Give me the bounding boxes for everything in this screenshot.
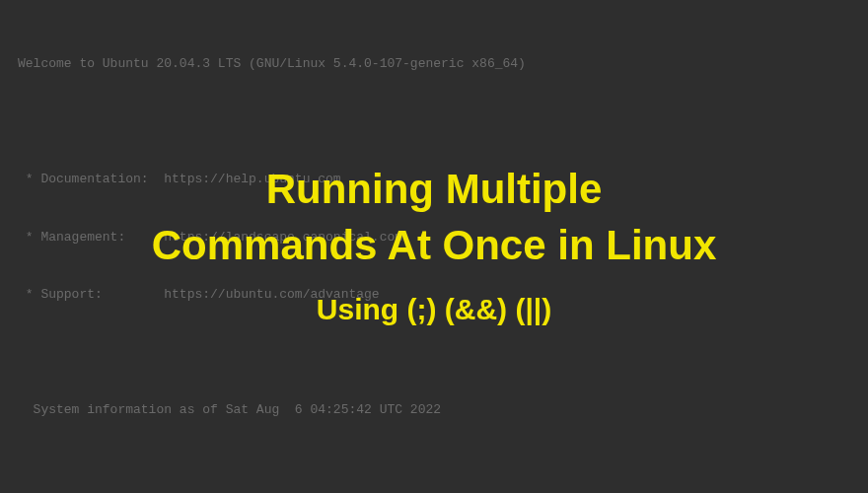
terminal-line: * Management: https://landscape.canonica…	[18, 228, 850, 247]
terminal-line: * Documentation: https://help.ubuntu.com	[18, 170, 850, 189]
terminal-output: Welcome to Ubuntu 20.04.3 LTS (GNU/Linux…	[0, 0, 868, 493]
terminal-line: Welcome to Ubuntu 20.04.3 LTS (GNU/Linux…	[18, 54, 850, 74]
terminal-line	[18, 458, 850, 478]
terminal-line: System information as of Sat Aug 6 04:25…	[18, 400, 850, 420]
terminal-line	[18, 343, 850, 363]
terminal-line: * Support: https://ubuntu.com/advantage	[18, 285, 850, 305]
terminal-line	[18, 112, 850, 132]
